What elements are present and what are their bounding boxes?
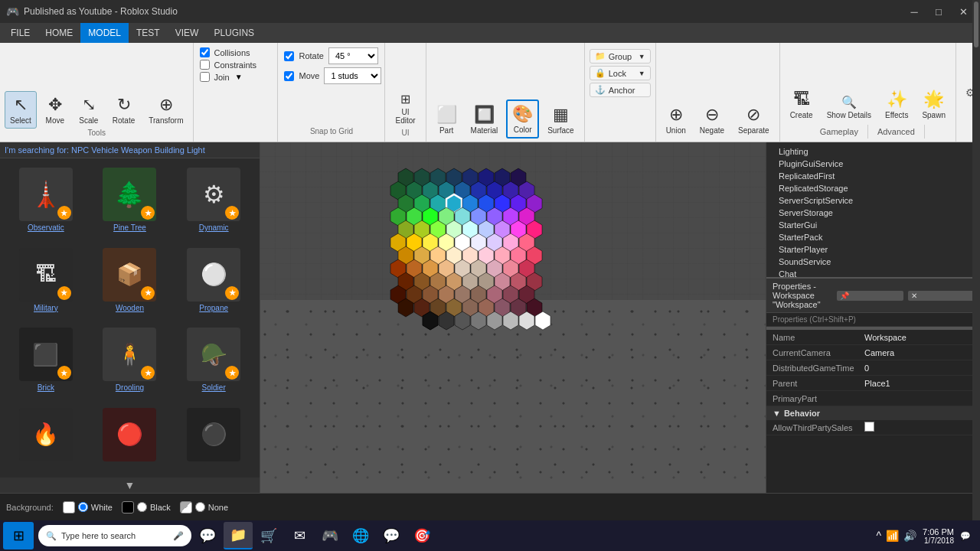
create-icon: 🏗 xyxy=(793,90,810,109)
task-store-button[interactable]: 🛒 xyxy=(254,522,283,549)
behavior-section[interactable]: ▼ Behavior xyxy=(766,406,980,420)
move-snap-checkbox[interactable] xyxy=(284,71,294,81)
explorer-item-replicatedstorage[interactable]: ReplicatedStorage xyxy=(766,182,980,194)
rotate-snap-checkbox[interactable] xyxy=(284,51,294,61)
color-button[interactable]: 🎨 Color xyxy=(506,99,539,139)
maximize-button[interactable]: □ xyxy=(928,4,949,19)
none-swatch xyxy=(180,501,192,514)
taskbar-search[interactable]: 🔍 Type here to search 🎤 xyxy=(38,525,191,546)
properties-close-button[interactable]: ✕ xyxy=(908,291,974,301)
task-epic-button[interactable]: 🎮 xyxy=(315,522,345,549)
material-button[interactable]: 🔲 Material xyxy=(466,101,504,139)
gameplay-tab[interactable]: Gameplay xyxy=(811,125,868,139)
list-item[interactable]: 🧍 ★ Drooling xyxy=(90,324,170,400)
explorer-item-starterplayer[interactable]: StarterPlayer xyxy=(766,243,980,256)
advanced-tab[interactable]: Advanced xyxy=(868,125,925,139)
network-icon[interactable]: 📶 xyxy=(886,530,899,542)
viewport[interactable]: .hex { stroke: #000; stroke-width: 0.5; … xyxy=(260,142,766,493)
start-button[interactable]: ⊞ xyxy=(3,522,34,549)
collisions-checkbox[interactable] xyxy=(200,47,210,57)
black-radio[interactable] xyxy=(137,502,147,512)
menu-file[interactable]: FILE xyxy=(3,23,38,43)
volume-icon[interactable]: 🔊 xyxy=(903,530,916,542)
spawn-button[interactable]: 🌟 Spawn xyxy=(916,86,951,123)
transform-button[interactable]: ⊕ Transform xyxy=(143,91,188,129)
part-button[interactable]: ⬜ Part xyxy=(431,101,462,139)
create-button[interactable]: 🏗 Create xyxy=(785,86,818,123)
task-explorer-button[interactable]: 📁 xyxy=(224,522,253,549)
list-item[interactable]: 🔴 xyxy=(90,405,170,472)
list-item[interactable]: ⚙ ★ Dynamic xyxy=(174,165,253,240)
asset-thumb: ⚫ xyxy=(187,408,240,461)
bg-none-option[interactable]: None xyxy=(180,501,228,514)
list-item[interactable]: ⬛ ★ Brick xyxy=(6,324,86,400)
bg-white-option[interactable]: White xyxy=(63,501,113,514)
move-button[interactable]: ✥ Move xyxy=(40,91,70,129)
tray-chevron-icon[interactable]: ^ xyxy=(876,530,881,542)
task-email-button[interactable]: ✉ xyxy=(285,522,314,549)
rotate-snap-select[interactable]: 45 ° 90 ° 15 ° xyxy=(328,47,379,64)
move-snap-select[interactable]: 1 studs 2 studs 0.5 studs xyxy=(324,67,381,84)
anchor-button[interactable]: ⚓ Anchor xyxy=(590,83,651,97)
list-item[interactable]: 🏗 ★ Military xyxy=(6,245,86,321)
join-dropdown-icon[interactable]: ▼ xyxy=(235,73,243,81)
negate-button[interactable]: ⊖ Negate xyxy=(694,101,730,139)
task-view-button[interactable]: 💬 xyxy=(193,522,222,549)
none-radio[interactable] xyxy=(195,502,205,512)
lock-button[interactable]: 🔒 Lock ▼ xyxy=(590,66,651,80)
explorer-item-serverstorage[interactable]: ServerStorage xyxy=(766,207,980,219)
list-item[interactable]: 🌲 ★ Pine Tree xyxy=(90,165,170,240)
menubar: FILE HOME MODEL TEST VIEW PLUGINS xyxy=(0,23,980,43)
join-checkbox[interactable] xyxy=(200,72,210,82)
select-button[interactable]: ↖ Select xyxy=(5,91,37,129)
white-radio[interactable] xyxy=(78,502,88,512)
properties-pin-button[interactable]: 📌 xyxy=(837,291,903,301)
list-item[interactable]: ⚪ ★ Propane xyxy=(174,245,253,321)
explorer-item-soundservice[interactable]: SoundService xyxy=(766,256,980,268)
explorer-item-chat[interactable]: Chat xyxy=(766,268,980,279)
union-button[interactable]: ⊕ Union xyxy=(661,101,691,139)
scroll-down-button[interactable]: ▼ xyxy=(0,478,260,493)
ui-editor-button[interactable]: ⊞ UI Editor xyxy=(390,88,420,129)
asset-name: Military xyxy=(34,304,58,312)
explorer-item-serverscriptservice[interactable]: ServerScriptService xyxy=(766,194,980,207)
task-edge-button[interactable]: 🌐 xyxy=(346,522,375,549)
properties-scrollbar[interactable] xyxy=(972,279,980,493)
menu-view[interactable]: VIEW xyxy=(168,23,207,43)
list-item[interactable]: ⚫ xyxy=(174,405,253,472)
close-button[interactable]: ✕ xyxy=(952,4,974,19)
clock[interactable]: 7:06 PM 1/7/2018 xyxy=(923,527,954,545)
scale-button[interactable]: ⤡ Scale xyxy=(74,91,104,129)
bg-black-option[interactable]: Black xyxy=(122,501,171,514)
lock-dropdown-icon[interactable]: ▼ xyxy=(639,70,645,77)
group-button[interactable]: 📁 Group ▼ xyxy=(590,49,651,64)
task-msg-button[interactable]: 💬 xyxy=(377,522,406,549)
explorer-panel: Lighting PluginGuiService ReplicatedFirs… xyxy=(766,142,980,279)
surface-button[interactable]: ▦ Surface xyxy=(542,101,579,139)
list-item[interactable]: 🗼 ★ Observatic xyxy=(6,165,86,240)
show-details-button[interactable]: 🔍 Show Details xyxy=(822,91,877,123)
explorer-item-startergui[interactable]: StarterGui xyxy=(766,219,980,231)
list-item[interactable]: 📦 ★ Wooden xyxy=(90,245,170,321)
list-item[interactable]: 🪖 ★ Soldier xyxy=(174,324,253,400)
allow-third-party-checkbox[interactable] xyxy=(864,422,874,432)
menu-plugins[interactable]: PLUGINS xyxy=(206,23,262,43)
list-item[interactable]: 🔥 xyxy=(6,405,86,472)
effects-button[interactable]: ✨ Effects xyxy=(880,86,913,123)
rotate-button[interactable]: ↻ Rotate xyxy=(107,91,140,129)
task-roblox-button[interactable]: 🎯 xyxy=(407,522,436,549)
constraints-checkbox[interactable] xyxy=(200,60,210,70)
explorer-item-lighting[interactable]: Lighting xyxy=(766,145,980,158)
notifications-icon[interactable]: 💬 xyxy=(960,531,971,541)
menu-home[interactable]: HOME xyxy=(38,23,80,43)
right-panel: Lighting PluginGuiService ReplicatedFirs… xyxy=(766,142,980,493)
minimize-button[interactable]: ─ xyxy=(903,4,925,19)
explorer-item-replicatedfirst[interactable]: ReplicatedFirst xyxy=(766,170,980,182)
menu-model[interactable]: MODEL xyxy=(80,23,129,43)
menu-test[interactable]: TEST xyxy=(129,23,168,43)
color-wheel-svg[interactable]: .hex { stroke: #000; stroke-width: 0.5; … xyxy=(306,158,559,425)
group-dropdown-icon[interactable]: ▼ xyxy=(639,53,645,60)
separate-button[interactable]: ⊘ Separate xyxy=(733,101,775,139)
explorer-item-starterpack[interactable]: StarterPack xyxy=(766,231,980,243)
explorer-item-pluginguiservice[interactable]: PluginGuiService xyxy=(766,158,980,170)
